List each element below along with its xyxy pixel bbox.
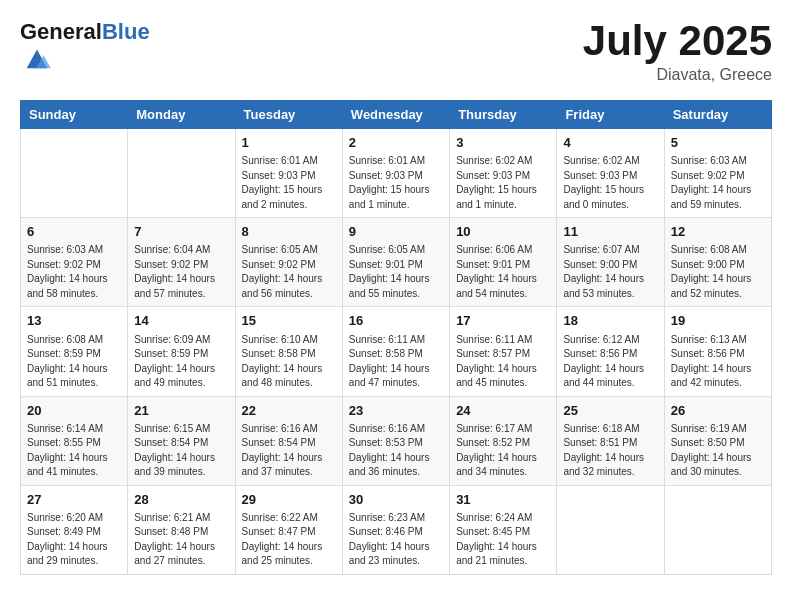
calendar-day-cell: 5Sunrise: 6:03 AMSunset: 9:02 PMDaylight…: [664, 129, 771, 218]
day-number: 31: [456, 491, 550, 509]
day-number: 5: [671, 134, 765, 152]
calendar-day-cell: [557, 485, 664, 574]
title-block: July 2025 Diavata, Greece: [583, 20, 772, 84]
day-number: 9: [349, 223, 443, 241]
calendar-table: SundayMondayTuesdayWednesdayThursdayFrid…: [20, 100, 772, 575]
logo-icon: [23, 44, 51, 72]
calendar-day-cell: 15Sunrise: 6:10 AMSunset: 8:58 PMDayligh…: [235, 307, 342, 396]
day-info: Sunrise: 6:02 AMSunset: 9:03 PMDaylight:…: [563, 154, 657, 212]
calendar-day-cell: 11Sunrise: 6:07 AMSunset: 9:00 PMDayligh…: [557, 218, 664, 307]
calendar-day-cell: 12Sunrise: 6:08 AMSunset: 9:00 PMDayligh…: [664, 218, 771, 307]
weekday-header: Friday: [557, 101, 664, 129]
calendar-day-cell: 28Sunrise: 6:21 AMSunset: 8:48 PMDayligh…: [128, 485, 235, 574]
calendar-day-cell: 16Sunrise: 6:11 AMSunset: 8:58 PMDayligh…: [342, 307, 449, 396]
day-info: Sunrise: 6:22 AMSunset: 8:47 PMDaylight:…: [242, 511, 336, 569]
day-info: Sunrise: 6:12 AMSunset: 8:56 PMDaylight:…: [563, 333, 657, 391]
day-number: 19: [671, 312, 765, 330]
calendar-day-cell: 26Sunrise: 6:19 AMSunset: 8:50 PMDayligh…: [664, 396, 771, 485]
day-info: Sunrise: 6:15 AMSunset: 8:54 PMDaylight:…: [134, 422, 228, 480]
calendar-day-cell: 17Sunrise: 6:11 AMSunset: 8:57 PMDayligh…: [450, 307, 557, 396]
day-number: 18: [563, 312, 657, 330]
calendar-day-cell: 31Sunrise: 6:24 AMSunset: 8:45 PMDayligh…: [450, 485, 557, 574]
day-number: 1: [242, 134, 336, 152]
day-number: 27: [27, 491, 121, 509]
calendar-day-cell: 4Sunrise: 6:02 AMSunset: 9:03 PMDaylight…: [557, 129, 664, 218]
day-number: 29: [242, 491, 336, 509]
calendar-day-cell: 27Sunrise: 6:20 AMSunset: 8:49 PMDayligh…: [21, 485, 128, 574]
day-info: Sunrise: 6:01 AMSunset: 9:03 PMDaylight:…: [349, 154, 443, 212]
calendar-week-row: 1Sunrise: 6:01 AMSunset: 9:03 PMDaylight…: [21, 129, 772, 218]
day-info: Sunrise: 6:06 AMSunset: 9:01 PMDaylight:…: [456, 243, 550, 301]
day-number: 20: [27, 402, 121, 420]
calendar-week-row: 20Sunrise: 6:14 AMSunset: 8:55 PMDayligh…: [21, 396, 772, 485]
day-number: 16: [349, 312, 443, 330]
location: Diavata, Greece: [583, 66, 772, 84]
calendar-day-cell: 13Sunrise: 6:08 AMSunset: 8:59 PMDayligh…: [21, 307, 128, 396]
day-info: Sunrise: 6:05 AMSunset: 9:01 PMDaylight:…: [349, 243, 443, 301]
day-number: 10: [456, 223, 550, 241]
day-number: 12: [671, 223, 765, 241]
day-number: 25: [563, 402, 657, 420]
calendar-day-cell: 1Sunrise: 6:01 AMSunset: 9:03 PMDaylight…: [235, 129, 342, 218]
calendar-week-row: 27Sunrise: 6:20 AMSunset: 8:49 PMDayligh…: [21, 485, 772, 574]
day-number: 8: [242, 223, 336, 241]
day-info: Sunrise: 6:24 AMSunset: 8:45 PMDaylight:…: [456, 511, 550, 569]
calendar-day-cell: 9Sunrise: 6:05 AMSunset: 9:01 PMDaylight…: [342, 218, 449, 307]
day-number: 26: [671, 402, 765, 420]
day-info: Sunrise: 6:11 AMSunset: 8:57 PMDaylight:…: [456, 333, 550, 391]
day-info: Sunrise: 6:09 AMSunset: 8:59 PMDaylight:…: [134, 333, 228, 391]
calendar-day-cell: 29Sunrise: 6:22 AMSunset: 8:47 PMDayligh…: [235, 485, 342, 574]
day-info: Sunrise: 6:23 AMSunset: 8:46 PMDaylight:…: [349, 511, 443, 569]
day-number: 24: [456, 402, 550, 420]
weekday-header: Sunday: [21, 101, 128, 129]
calendar-day-cell: [21, 129, 128, 218]
day-number: 23: [349, 402, 443, 420]
weekday-header: Thursday: [450, 101, 557, 129]
day-number: 15: [242, 312, 336, 330]
calendar-day-cell: 30Sunrise: 6:23 AMSunset: 8:46 PMDayligh…: [342, 485, 449, 574]
weekday-header: Saturday: [664, 101, 771, 129]
day-number: 2: [349, 134, 443, 152]
day-info: Sunrise: 6:02 AMSunset: 9:03 PMDaylight:…: [456, 154, 550, 212]
day-info: Sunrise: 6:13 AMSunset: 8:56 PMDaylight:…: [671, 333, 765, 391]
calendar-day-cell: [664, 485, 771, 574]
calendar-week-row: 6Sunrise: 6:03 AMSunset: 9:02 PMDaylight…: [21, 218, 772, 307]
month-title: July 2025: [583, 20, 772, 62]
day-info: Sunrise: 6:01 AMSunset: 9:03 PMDaylight:…: [242, 154, 336, 212]
day-number: 17: [456, 312, 550, 330]
logo-blue: Blue: [102, 19, 150, 44]
calendar-day-cell: [128, 129, 235, 218]
calendar-day-cell: 23Sunrise: 6:16 AMSunset: 8:53 PMDayligh…: [342, 396, 449, 485]
day-info: Sunrise: 6:04 AMSunset: 9:02 PMDaylight:…: [134, 243, 228, 301]
day-info: Sunrise: 6:14 AMSunset: 8:55 PMDaylight:…: [27, 422, 121, 480]
calendar-day-cell: 2Sunrise: 6:01 AMSunset: 9:03 PMDaylight…: [342, 129, 449, 218]
weekday-header: Wednesday: [342, 101, 449, 129]
day-info: Sunrise: 6:08 AMSunset: 8:59 PMDaylight:…: [27, 333, 121, 391]
day-number: 11: [563, 223, 657, 241]
calendar-day-cell: 3Sunrise: 6:02 AMSunset: 9:03 PMDaylight…: [450, 129, 557, 218]
calendar-day-cell: 18Sunrise: 6:12 AMSunset: 8:56 PMDayligh…: [557, 307, 664, 396]
calendar-week-row: 13Sunrise: 6:08 AMSunset: 8:59 PMDayligh…: [21, 307, 772, 396]
logo: GeneralBlue: [20, 20, 150, 76]
calendar-header-row: SundayMondayTuesdayWednesdayThursdayFrid…: [21, 101, 772, 129]
calendar-day-cell: 21Sunrise: 6:15 AMSunset: 8:54 PMDayligh…: [128, 396, 235, 485]
logo-general: General: [20, 19, 102, 44]
calendar-day-cell: 6Sunrise: 6:03 AMSunset: 9:02 PMDaylight…: [21, 218, 128, 307]
weekday-header: Monday: [128, 101, 235, 129]
day-info: Sunrise: 6:03 AMSunset: 9:02 PMDaylight:…: [671, 154, 765, 212]
day-info: Sunrise: 6:03 AMSunset: 9:02 PMDaylight:…: [27, 243, 121, 301]
calendar-day-cell: 20Sunrise: 6:14 AMSunset: 8:55 PMDayligh…: [21, 396, 128, 485]
day-info: Sunrise: 6:05 AMSunset: 9:02 PMDaylight:…: [242, 243, 336, 301]
day-info: Sunrise: 6:18 AMSunset: 8:51 PMDaylight:…: [563, 422, 657, 480]
calendar-day-cell: 25Sunrise: 6:18 AMSunset: 8:51 PMDayligh…: [557, 396, 664, 485]
calendar-day-cell: 24Sunrise: 6:17 AMSunset: 8:52 PMDayligh…: [450, 396, 557, 485]
logo-text: GeneralBlue: [20, 20, 150, 44]
day-info: Sunrise: 6:20 AMSunset: 8:49 PMDaylight:…: [27, 511, 121, 569]
day-info: Sunrise: 6:11 AMSunset: 8:58 PMDaylight:…: [349, 333, 443, 391]
day-number: 14: [134, 312, 228, 330]
calendar-day-cell: 14Sunrise: 6:09 AMSunset: 8:59 PMDayligh…: [128, 307, 235, 396]
day-number: 7: [134, 223, 228, 241]
day-info: Sunrise: 6:17 AMSunset: 8:52 PMDaylight:…: [456, 422, 550, 480]
day-info: Sunrise: 6:16 AMSunset: 8:53 PMDaylight:…: [349, 422, 443, 480]
day-number: 22: [242, 402, 336, 420]
